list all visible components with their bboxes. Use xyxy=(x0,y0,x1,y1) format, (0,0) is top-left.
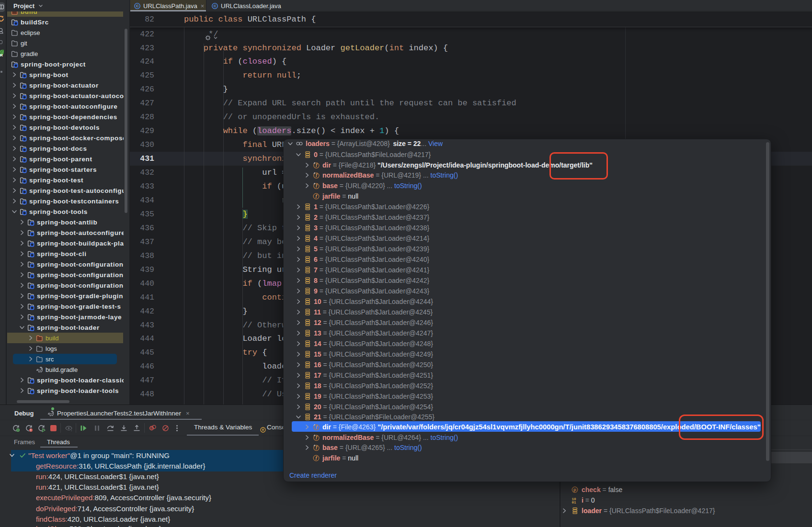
svg-text:R: R xyxy=(0,53,3,57)
svg-text:!: ! xyxy=(30,428,31,432)
